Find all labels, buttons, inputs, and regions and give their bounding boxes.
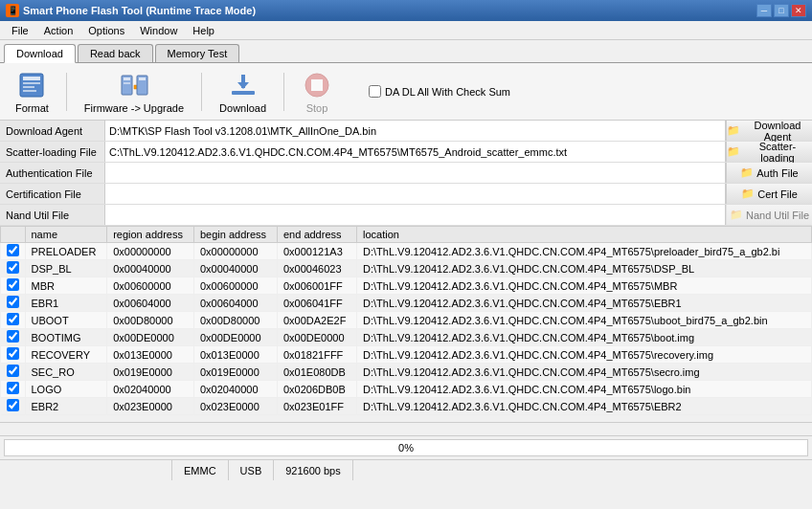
nand-util-input[interactable] xyxy=(105,205,726,225)
authentication-label: Authentication File xyxy=(0,163,105,183)
row-checkbox-4[interactable] xyxy=(7,313,19,325)
download-agent-button[interactable]: 📁 Download Agent xyxy=(726,121,812,141)
row-region-7: 0x019E0000 xyxy=(107,364,194,381)
statusbar: EMMC USB 921600 bps xyxy=(0,459,812,480)
cert-file-button[interactable]: 📁 Cert File xyxy=(726,184,812,204)
progress-label: 0% xyxy=(5,440,807,455)
table-scroll[interactable]: name region address begin address end ad… xyxy=(0,226,812,422)
checksum-label: DA DL All With Check Sum xyxy=(385,86,510,98)
svg-rect-1 xyxy=(23,77,40,80)
row-location-2: D:\ThL.V9.120412.AD2.3.6.V1.QHDC.CN.COM.… xyxy=(357,277,812,295)
row-begin-9: 0x023E0000 xyxy=(194,398,278,415)
row-end-7: 0x01E080DB xyxy=(277,364,356,381)
firmware-upgrade-button[interactable]: Firmware -> Upgrade xyxy=(77,66,192,118)
download-agent-input[interactable] xyxy=(105,121,726,141)
table-row: RECOVERY 0x013E0000 0x013E0000 0x01821FF… xyxy=(1,346,812,364)
menu-window[interactable]: Window xyxy=(132,23,185,38)
col-name-header: name xyxy=(25,227,107,243)
row-begin-2: 0x00600000 xyxy=(194,277,278,295)
menubar: File Action Options Window Help xyxy=(0,21,812,40)
separator-1 xyxy=(66,73,67,111)
format-button[interactable]: Format xyxy=(8,66,56,118)
col-end-header: end address xyxy=(277,227,356,243)
row-location-0: D:\ThL.V9.120412.AD2.3.6.V1.QHDC.CN.COM.… xyxy=(357,243,812,260)
row-name-2: MBR xyxy=(25,277,107,295)
row-region-2: 0x00600000 xyxy=(107,277,194,295)
row-checkbox-1[interactable] xyxy=(7,261,19,274)
row-end-6: 0x01821FFF xyxy=(277,346,356,364)
titlebar: 📱 Smart Phone Flash Tool (Runtime Trace … xyxy=(0,0,812,21)
auth-file-button[interactable]: 📁 Auth File xyxy=(726,163,812,183)
svg-rect-7 xyxy=(124,82,130,84)
folder-icon-3: 📁 xyxy=(740,166,754,179)
firmware-label: Firmware -> Upgrade xyxy=(84,102,184,114)
col-region-header: region address xyxy=(107,227,194,243)
download-button[interactable]: Download xyxy=(212,66,274,118)
row-begin-8: 0x02040000 xyxy=(194,381,278,398)
folder-icon: 📁 xyxy=(727,124,740,137)
table-row: SEC_RO 0x019E0000 0x019E0000 0x01E080DB … xyxy=(1,364,812,381)
status-baudrate: 921600 bps xyxy=(274,460,353,480)
row-region-0: 0x00000000 xyxy=(107,243,194,260)
close-button[interactable]: ✕ xyxy=(791,4,806,17)
folder-icon-5: 📁 xyxy=(730,209,743,221)
table-row: MBR 0x00600000 0x00600000 0x006001FF D:\… xyxy=(1,277,812,295)
row-location-5: D:\ThL.V9.120412.AD2.3.6.V1.QHDC.CN.COM.… xyxy=(357,329,812,346)
row-location-1: D:\ThL.V9.120412.AD2.3.6.V1.QHDC.CN.COM.… xyxy=(357,260,812,277)
row-region-5: 0x00DE0000 xyxy=(107,329,194,346)
certification-input[interactable] xyxy=(105,184,726,204)
row-begin-6: 0x013E0000 xyxy=(194,346,278,364)
checksum-checkbox[interactable] xyxy=(369,85,381,98)
menu-action[interactable]: Action xyxy=(36,23,81,38)
nand-util-row: Nand Util File 📁 Nand Util File xyxy=(0,205,812,226)
row-name-6: RECOVERY xyxy=(25,346,107,364)
download-label: Download xyxy=(219,102,266,114)
table-row: BOOTIMG 0x00DE0000 0x00DE0000 0x00DE0000… xyxy=(1,329,812,346)
window-controls: ─ □ ✕ xyxy=(756,4,806,17)
svg-rect-10 xyxy=(232,91,255,95)
menu-help[interactable]: Help xyxy=(185,23,222,38)
tab-readback[interactable]: Read back xyxy=(78,44,153,62)
row-region-3: 0x00604000 xyxy=(107,295,194,312)
row-location-3: D:\ThL.V9.120412.AD2.3.6.V1.QHDC.CN.COM.… xyxy=(357,295,812,312)
row-checkbox-7[interactable] xyxy=(7,365,19,377)
menu-file[interactable]: File xyxy=(4,23,36,38)
row-name-9: EBR2 xyxy=(25,398,107,415)
stop-button[interactable]: Stop xyxy=(294,66,340,118)
toolbar: Format Firmware -> Upgrade xyxy=(0,63,812,121)
authentication-input[interactable] xyxy=(105,163,726,183)
row-checkbox-6[interactable] xyxy=(7,347,19,360)
scatter-loading-row: Scatter-loading File 📁 Scatter-loading xyxy=(0,142,812,163)
table-row: DSP_BL 0x00040000 0x00040000 0x00046023 … xyxy=(1,260,812,277)
table-row: LOGO 0x02040000 0x02040000 0x0206DB0B D:… xyxy=(1,381,812,398)
tab-download[interactable]: Download xyxy=(4,44,76,63)
row-location-7: D:\ThL.V9.120412.AD2.3.6.V1.QHDC.CN.COM.… xyxy=(357,364,812,381)
minimize-button[interactable]: ─ xyxy=(756,4,772,17)
row-name-4: UBOOT xyxy=(25,312,107,329)
row-checkbox-2[interactable] xyxy=(7,278,19,291)
row-name-8: LOGO xyxy=(25,381,107,398)
stop-label: Stop xyxy=(306,102,328,114)
scatter-loading-input[interactable] xyxy=(105,142,726,162)
row-end-4: 0x00DA2E2F xyxy=(277,312,356,329)
menu-options[interactable]: Options xyxy=(80,23,132,38)
row-checkbox-8[interactable] xyxy=(7,382,19,394)
format-icon xyxy=(16,70,47,100)
col-begin-header: begin address xyxy=(194,227,278,243)
row-checkbox-5[interactable] xyxy=(7,330,19,343)
maximize-button[interactable]: □ xyxy=(774,4,789,17)
row-checkbox-3[interactable] xyxy=(7,296,19,308)
scatter-loading-button[interactable]: 📁 Scatter-loading xyxy=(726,142,812,162)
partition-table-wrapper: name region address begin address end ad… xyxy=(0,226,812,435)
row-checkbox-9[interactable] xyxy=(7,399,19,411)
row-name-1: DSP_BL xyxy=(25,260,107,277)
row-checkbox-0[interactable] xyxy=(7,244,19,256)
svg-rect-13 xyxy=(311,79,323,91)
row-begin-0: 0x00000000 xyxy=(194,243,278,260)
row-name-0: PRELOADER xyxy=(25,243,107,260)
stop-icon xyxy=(302,70,332,100)
tab-memorytest[interactable]: Memory Test xyxy=(155,44,240,62)
nand-util-label: Nand Util File xyxy=(0,205,105,225)
certification-row: Certification File 📁 Cert File xyxy=(0,184,812,205)
horizontal-scrollbar[interactable] xyxy=(0,422,812,435)
